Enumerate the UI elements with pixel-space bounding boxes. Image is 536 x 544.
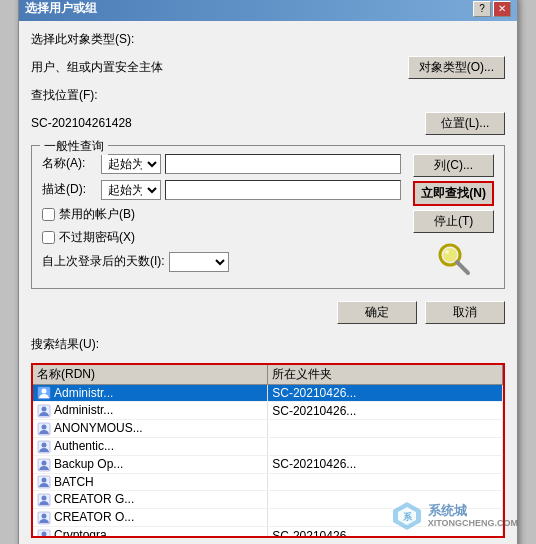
row-name-cell: BATCH (33, 473, 268, 491)
svg-point-19 (42, 514, 47, 519)
location-label: 查找位置(F): (31, 87, 111, 104)
location-label-row: 查找位置(F): (31, 87, 505, 104)
table-row[interactable]: Administr...SC-20210426... (33, 384, 503, 402)
svg-point-7 (42, 407, 47, 412)
object-type-row: 选择此对象类型(S): (31, 31, 505, 48)
row-folder-cell: SC-20210426... (268, 384, 503, 402)
object-type-button[interactable]: 对象类型(O)... (408, 56, 505, 79)
user-icon (37, 440, 51, 454)
svg-point-3 (445, 250, 449, 254)
row-folder-cell (268, 437, 503, 455)
results-table-container[interactable]: 名称(RDN) 所在义件夹 Administr...SC-20210426...… (31, 363, 505, 538)
name-input[interactable] (165, 154, 401, 174)
col-button[interactable]: 列(C)... (413, 154, 494, 177)
query-area: 名称(A): 起始为 描述(D): 起始为 (42, 154, 494, 280)
user-icon (37, 422, 51, 436)
user-icon (37, 458, 51, 472)
svg-line-2 (457, 262, 468, 273)
svg-point-9 (42, 424, 47, 429)
row-folder-cell (268, 420, 503, 438)
window-body: 选择此对象类型(S): 用户、组或内置安全主体 对象类型(O)... 查找位置(… (19, 21, 517, 545)
stop-button[interactable]: 停止(T) (413, 210, 494, 233)
svg-point-11 (42, 442, 47, 447)
row-name-cell: Administr... (33, 402, 268, 420)
row-name-cell: CREATOR O... (33, 509, 268, 527)
general-query-groupbox: 一般性查询 名称(A): 起始为 描述(D): (31, 145, 505, 289)
col-header-name[interactable]: 名称(RDN) (33, 365, 268, 385)
table-row[interactable]: Cryptogra...SC-20210426... (33, 527, 503, 538)
row-name-cell: CREATOR G... (33, 491, 268, 509)
object-type-value: 用户、组或内置安全主体 (31, 59, 402, 76)
row-folder-cell (268, 509, 503, 527)
col-header-folder[interactable]: 所在义件夹 (268, 365, 503, 385)
disabled-checkbox[interactable] (42, 208, 55, 221)
svg-point-21 (42, 531, 47, 536)
row-name-cell: Administr... (33, 384, 268, 402)
row-name-cell: Authentic... (33, 437, 268, 455)
search-now-button[interactable]: 立即查找(N) (413, 181, 494, 206)
days-row: 自上次登录后的天数(I): (42, 252, 401, 272)
table-row[interactable]: Backup Op...SC-20210426... (33, 455, 503, 473)
main-window: 选择用户或组 ? ✕ 选择此对象类型(S): 用户、组或内置安全主体 对象类型(… (18, 0, 518, 544)
user-icon (37, 404, 51, 418)
table-row[interactable]: BATCH (33, 473, 503, 491)
table-row[interactable]: Administr...SC-20210426... (33, 402, 503, 420)
magnifier-icon (436, 241, 472, 277)
name-label: 名称(A): (42, 155, 97, 172)
table-row[interactable]: ANONYMOUS... (33, 420, 503, 438)
row-folder-cell: SC-20210426... (268, 527, 503, 538)
table-row[interactable]: CREATOR O... (33, 509, 503, 527)
user-icon (37, 511, 51, 525)
name-row: 名称(A): 起始为 (42, 154, 401, 174)
noexpire-checkbox-row: 不过期密码(X) (42, 229, 401, 246)
results-table: 名称(RDN) 所在义件夹 Administr...SC-20210426...… (33, 365, 503, 538)
desc-row: 描述(D): 起始为 (42, 180, 401, 200)
table-row[interactable]: CREATOR G... (33, 491, 503, 509)
location-button[interactable]: 位置(L)... (425, 112, 505, 135)
object-type-value-row: 用户、组或内置安全主体 对象类型(O)... (31, 56, 505, 79)
location-value-row: SC-202104261428 位置(L)... (31, 112, 505, 135)
row-folder-cell (268, 491, 503, 509)
right-buttons: 列(C)... 立即查找(N) 停止(T) (413, 154, 494, 280)
row-folder-cell (268, 473, 503, 491)
name-select[interactable]: 起始为 (101, 154, 161, 174)
disabled-checkbox-row: 禁用的帐户(B) (42, 206, 401, 223)
title-bar: 选择用户或组 ? ✕ (19, 0, 517, 21)
query-left: 名称(A): 起始为 描述(D): 起始为 (42, 154, 401, 280)
object-type-label: 选择此对象类型(S): (31, 31, 134, 48)
desc-select[interactable]: 起始为 (101, 180, 161, 200)
ok-button[interactable]: 确定 (337, 301, 417, 324)
row-name-cell: Cryptogra... (33, 527, 268, 538)
help-button[interactable]: ? (473, 1, 491, 17)
search-results-label: 搜索结果(U): (31, 336, 505, 353)
user-icon (37, 386, 51, 400)
groupbox-title: 一般性查询 (40, 138, 108, 155)
svg-point-17 (42, 496, 47, 501)
row-folder-cell: SC-20210426... (268, 402, 503, 420)
noexpire-label: 不过期密码(X) (59, 229, 135, 246)
table-row[interactable]: Authentic... (33, 437, 503, 455)
row-folder-cell: SC-20210426... (268, 455, 503, 473)
svg-point-13 (42, 460, 47, 465)
user-icon (37, 475, 51, 489)
location-value: SC-202104261428 (31, 116, 419, 130)
svg-point-5 (42, 389, 47, 394)
svg-point-15 (42, 478, 47, 483)
days-label: 自上次登录后的天数(I): (42, 253, 165, 270)
close-button[interactable]: ✕ (493, 1, 511, 17)
user-icon (37, 493, 51, 507)
desc-label: 描述(D): (42, 181, 97, 198)
noexpire-checkbox[interactable] (42, 231, 55, 244)
row-name-cell: ANONYMOUS... (33, 420, 268, 438)
title-bar-controls: ? ✕ (473, 1, 511, 17)
row-name-cell: Backup Op... (33, 455, 268, 473)
search-icon-area (413, 241, 494, 280)
desc-input[interactable] (165, 180, 401, 200)
cancel-button[interactable]: 取消 (425, 301, 505, 324)
user-icon (37, 529, 51, 538)
disabled-label: 禁用的帐户(B) (59, 206, 135, 223)
svg-point-1 (443, 248, 457, 262)
window-title: 选择用户或组 (25, 0, 97, 17)
days-select[interactable] (169, 252, 229, 272)
bottom-buttons: 确定 取消 (31, 301, 505, 324)
